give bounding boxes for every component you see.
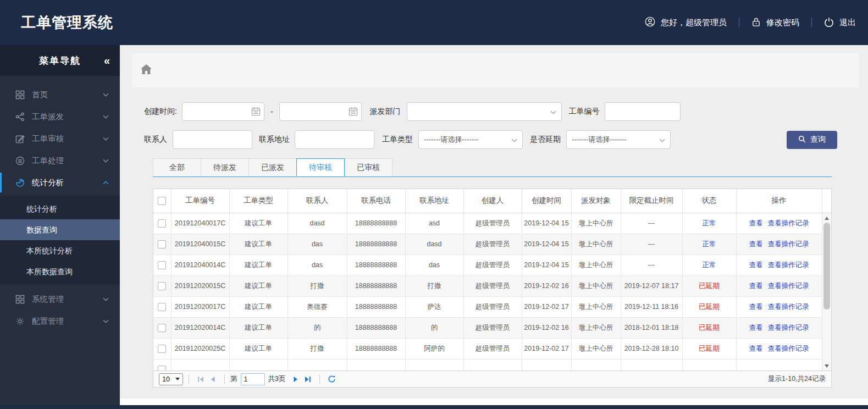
col-header-phone[interactable]: 联系电话 <box>347 189 405 213</box>
sidebar-item-system[interactable]: 系统管理 <box>0 288 120 310</box>
scroll-down-icon[interactable] <box>822 362 831 370</box>
order-no-input[interactable] <box>605 102 681 121</box>
sidebar-item-dispatch[interactable]: 工单派发 <box>0 106 120 128</box>
row-checkbox[interactable] <box>158 282 166 290</box>
row-checkbox[interactable] <box>158 261 166 269</box>
cell-order-no: 201912040017C <box>171 213 229 234</box>
next-page-button[interactable] <box>290 373 302 385</box>
sidebar-item-label: 工单处理 <box>32 156 103 166</box>
sidebar-item-statistics[interactable]: 统计分析 <box>0 172 120 194</box>
table-scrollbar[interactable] <box>822 213 831 371</box>
tab-reviewed[interactable]: 已审核 <box>344 158 392 176</box>
status-badge: 已延期 <box>682 296 736 317</box>
search-button[interactable]: 查询 <box>787 131 837 149</box>
view-link[interactable]: 查看 <box>749 282 763 290</box>
contact-label: 联系人 <box>144 135 167 145</box>
col-header-actions[interactable]: 操作 <box>736 189 822 213</box>
page-number-input[interactable] <box>241 373 265 385</box>
cell-creator: 超级管理员 <box>463 317 522 338</box>
col-header-deadline[interactable]: 限定截止时间 <box>621 189 682 213</box>
view-log-link[interactable]: 查看操作记录 <box>768 282 809 290</box>
view-log-link[interactable]: 查看操作记录 <box>768 324 809 331</box>
is-delayed-select[interactable]: -------请选择------- <box>566 130 671 149</box>
submenu-item-branch-statistics[interactable]: 本所统计分析 <box>0 240 120 261</box>
cell-address: asd <box>405 213 463 234</box>
tab-dispatched[interactable]: 已派发 <box>248 158 297 176</box>
statistics-submenu: 统计分析 数据查询 本所统计分析 本所数据查询 <box>0 196 120 285</box>
order-type-label: 工单类型 <box>382 135 413 145</box>
view-log-link[interactable]: 查看操作记录 <box>768 345 809 352</box>
created-time-label: 创建时间: <box>144 107 177 117</box>
status-badge: 已延期 <box>682 317 736 338</box>
is-delayed-value: -------请选择------- <box>572 135 627 145</box>
first-page-button[interactable] <box>195 373 207 385</box>
view-link[interactable]: 查看 <box>749 324 763 331</box>
dispatch-dept-select[interactable] <box>407 102 562 121</box>
row-checkbox[interactable] <box>158 240 166 248</box>
prev-page-button[interactable] <box>207 373 219 385</box>
refresh-icon[interactable] <box>325 373 338 385</box>
status-badge: 正常 <box>682 234 736 255</box>
sidebar-item-label: 工单派发 <box>32 112 103 122</box>
row-checkbox[interactable] <box>158 219 166 228</box>
last-page-button[interactable] <box>302 373 314 385</box>
col-header-status[interactable]: 状态 <box>682 189 736 213</box>
view-link[interactable]: 查看 <box>749 240 763 248</box>
contact-address-input[interactable] <box>295 130 374 149</box>
col-header-creator[interactable]: 创建人 <box>463 189 522 213</box>
change-password-button[interactable]: 修改密码 <box>751 17 799 29</box>
row-checkbox[interactable] <box>158 324 166 332</box>
submenu-item-branch-data-query[interactable]: 本所数据查询 <box>0 261 120 282</box>
scrollbar-thumb[interactable] <box>823 223 830 309</box>
created-time-end-input[interactable] <box>279 102 362 121</box>
col-header-contact[interactable]: 联系人 <box>288 189 347 213</box>
view-link[interactable]: 查看 <box>749 219 763 227</box>
row-checkbox[interactable] <box>158 366 166 371</box>
tab-to-review[interactable]: 待审核 <box>296 158 345 176</box>
logout-button[interactable]: 退出 <box>824 17 856 29</box>
view-log-link[interactable]: 查看操作记录 <box>768 219 809 227</box>
sidebar-collapse-button[interactable]: « <box>104 55 110 66</box>
view-log-link[interactable]: 查看操作记录 <box>768 240 809 248</box>
col-header-created[interactable]: 创建时间 <box>522 189 571 213</box>
sidebar-item-label: 工单审核 <box>32 134 103 144</box>
contact-input[interactable] <box>173 130 252 149</box>
sidebar-title: 菜单导航 <box>39 54 81 67</box>
sidebar-item-process[interactable]: 工单处理 <box>0 150 120 172</box>
home-icon[interactable] <box>141 64 152 76</box>
created-time-start-input[interactable] <box>182 102 264 121</box>
submenu-item-statistics[interactable]: 统计分析 <box>0 198 120 219</box>
sidebar-item-config[interactable]: 配置管理 <box>0 310 120 332</box>
tab-all[interactable]: 全部 <box>153 158 201 176</box>
cell-type: 建议工单 <box>229 213 288 234</box>
tab-to-dispatch[interactable]: 待派发 <box>201 158 249 176</box>
sidebar-item-label: 首页 <box>32 90 103 100</box>
view-link[interactable]: 查看 <box>749 345 763 352</box>
table-row: 201912040015C 建议工单 das 18888888888 dasd … <box>153 234 831 255</box>
share-icon <box>15 112 25 121</box>
scrollbar-header-spacer <box>822 189 831 213</box>
view-log-link[interactable]: 查看操作记录 <box>768 261 809 269</box>
page-size-value: 10 <box>162 375 170 383</box>
chevron-down-icon <box>659 136 665 144</box>
view-link[interactable]: 查看 <box>749 261 763 269</box>
submenu-item-data-query[interactable]: 数据查询 <box>0 219 120 240</box>
sidebar-item-review[interactable]: 工单审核 <box>0 128 120 150</box>
order-type-select[interactable]: -------请选择------- <box>418 130 523 149</box>
cell-deadline: --- <box>621 234 682 255</box>
change-password-label: 修改密码 <box>766 18 799 28</box>
chevron-down-icon <box>103 319 109 323</box>
col-header-type[interactable]: 工单类型 <box>229 189 288 213</box>
user-greeting[interactable]: 您好，超级管理员 <box>645 16 727 29</box>
row-checkbox[interactable] <box>158 345 166 353</box>
view-log-link[interactable]: 查看操作记录 <box>768 303 809 311</box>
select-all-checkbox[interactable] <box>158 197 166 205</box>
scroll-up-icon[interactable] <box>822 214 831 222</box>
page-size-select[interactable]: 10 <box>159 373 183 385</box>
col-header-address[interactable]: 联系地址 <box>405 189 463 213</box>
col-header-order-no[interactable]: 工单编号 <box>171 189 229 213</box>
view-link[interactable]: 查看 <box>749 303 763 311</box>
sidebar-item-home[interactable]: 首页 <box>0 84 120 106</box>
col-header-dispatch[interactable]: 派发对象 <box>571 189 621 213</box>
row-checkbox[interactable] <box>158 303 166 311</box>
